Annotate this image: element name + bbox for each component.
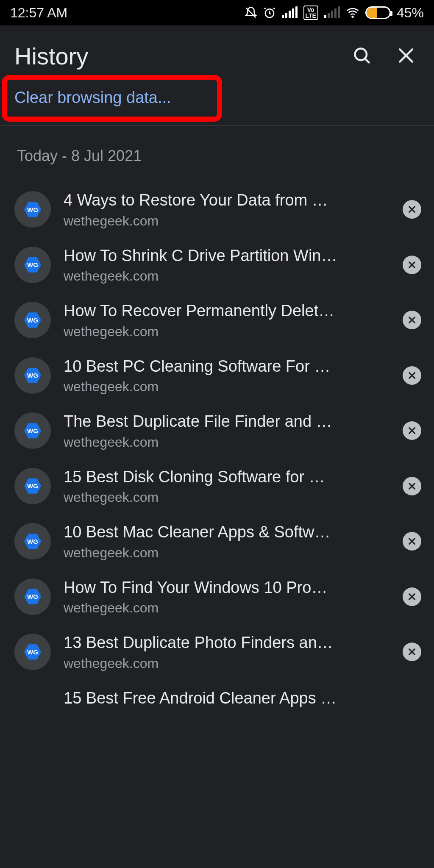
remove-item-button[interactable] — [403, 311, 421, 329]
history-item-text: 15 Best Disk Cloning Software for … weth… — [64, 467, 390, 506]
close-icon[interactable] — [397, 46, 415, 67]
status-bar: 12:57 AM VoLTE 45% — [0, 0, 434, 25]
remove-item-button[interactable] — [403, 366, 421, 385]
history-item-domain: wethegeek.com — [64, 379, 390, 395]
history-item-title: 4 Ways to Restore Your Data from … — [64, 190, 390, 211]
history-item-domain: wethegeek.com — [64, 490, 390, 505]
history-item-title: How To Find Your Windows 10 Pro… — [64, 578, 390, 598]
history-item-text: 15 Best Free Android Cleaner Apps … weth… — [64, 688, 390, 709]
status-time: 12:57 AM — [10, 5, 67, 21]
clear-browsing-data-link[interactable]: Clear browsing data... — [14, 83, 180, 113]
history-item-text: 4 Ways to Restore Your Data from … wethe… — [64, 190, 390, 229]
history-item[interactable]: WG How To Shrink C Drive Partition Win… … — [0, 237, 434, 293]
site-favicon: WG — [14, 302, 51, 338]
history-item-domain: wethegeek.com — [64, 213, 390, 229]
history-item[interactable]: WG 15 Best Free Android Cleaner Apps … w… — [0, 680, 434, 725]
history-item-title: The Best Duplicate File Finder and … — [64, 412, 390, 432]
search-icon[interactable] — [353, 46, 371, 67]
signal-icon — [282, 7, 298, 18]
page-title: History — [14, 42, 88, 70]
favicon-hex: WG — [24, 478, 41, 495]
history-item-title: 15 Best Disk Cloning Software for … — [64, 467, 390, 487]
date-header: Today - 8 Jul 2021 — [0, 143, 434, 182]
history-item-text: How To Shrink C Drive Partition Win… wet… — [64, 246, 390, 284]
status-right: VoLTE 45% — [245, 5, 424, 21]
app-header: History — [0, 25, 434, 83]
history-item[interactable]: WG 4 Ways to Restore Your Data from … we… — [0, 182, 434, 237]
site-favicon: WG — [14, 523, 51, 559]
favicon-hex: WG — [24, 201, 41, 218]
history-item-title: How To Shrink C Drive Partition Win… — [64, 246, 390, 266]
site-favicon: WG — [14, 579, 51, 615]
remove-item-button[interactable] — [403, 587, 421, 606]
history-item-text: 10 Best PC Cleaning Software For … wethe… — [64, 356, 390, 395]
signal-weak-icon — [324, 7, 340, 18]
history-item-title: How To Recover Permanently Delet… — [64, 301, 390, 321]
history-item[interactable]: WG 13 Best Duplicate Photo Finders an… w… — [0, 624, 434, 680]
favicon-hex: WG — [24, 643, 41, 660]
history-item-domain: wethegeek.com — [64, 600, 390, 616]
history-item-text: How To Recover Permanently Delet… wetheg… — [64, 301, 390, 339]
history-item-title: 10 Best PC Cleaning Software For … — [64, 356, 390, 377]
remove-item-button[interactable] — [403, 421, 421, 440]
site-favicon: WG — [14, 357, 51, 394]
site-favicon: WG — [14, 688, 51, 725]
history-item-domain: wethegeek.com — [64, 656, 390, 671]
svg-line-4 — [365, 58, 369, 62]
history-item-title: 10 Best Mac Cleaner Apps & Softw… — [64, 522, 390, 542]
alarm-icon — [263, 6, 276, 19]
history-item-domain: wethegeek.com — [64, 324, 390, 339]
favicon-hex: WG — [24, 367, 41, 384]
history-item[interactable]: WG 15 Best Disk Cloning Software for … w… — [0, 459, 434, 514]
svg-point-2 — [352, 16, 353, 17]
battery-percent: 45% — [397, 5, 424, 21]
history-screen: History Clear browsing data... Today - 8… — [0, 25, 434, 868]
history-item-domain: wethegeek.com — [64, 545, 390, 561]
history-item-domain: wethegeek.com — [64, 434, 390, 450]
battery-level — [367, 8, 377, 18]
site-favicon: WG — [14, 412, 51, 449]
volte-badge: VoLTE — [303, 6, 318, 20]
clear-browsing-data-row: Clear browsing data... — [0, 83, 434, 126]
history-item-text: The Best Duplicate File Finder and … wet… — [64, 412, 390, 450]
remove-item-button[interactable] — [403, 256, 421, 274]
history-item-text: 13 Best Duplicate Photo Finders an… weth… — [64, 633, 390, 671]
history-item[interactable]: WG 10 Best Mac Cleaner Apps & Softw… wet… — [0, 514, 434, 569]
favicon-hex: WG — [24, 422, 41, 439]
history-list[interactable]: Today - 8 Jul 2021 WG 4 Ways to Restore … — [0, 126, 434, 868]
favicon-hex: WG — [24, 312, 41, 328]
history-item[interactable]: WG 10 Best PC Cleaning Software For … we… — [0, 348, 434, 403]
remove-item-button[interactable] — [403, 532, 421, 551]
history-item-text: How To Find Your Windows 10 Pro… wethege… — [64, 578, 390, 616]
site-favicon: WG — [14, 468, 51, 504]
history-item[interactable]: WG The Best Duplicate File Finder and … … — [0, 403, 434, 459]
remove-item-button[interactable] — [403, 477, 421, 495]
remove-item-button[interactable] — [403, 200, 421, 219]
site-favicon: WG — [14, 634, 51, 670]
favicon-hex: WG — [24, 588, 41, 605]
history-item-title: 15 Best Free Android Cleaner Apps … — [64, 688, 390, 709]
battery-icon — [365, 6, 391, 19]
bell-off-icon — [245, 6, 257, 19]
favicon-hex: WG — [24, 256, 41, 273]
history-item[interactable]: WG How To Recover Permanently Delet… wet… — [0, 292, 434, 348]
remove-item-button[interactable] — [403, 643, 421, 661]
history-item-text: 10 Best Mac Cleaner Apps & Softw… wetheg… — [64, 522, 390, 561]
history-item-title: 13 Best Duplicate Photo Finders an… — [64, 633, 390, 653]
site-favicon: WG — [14, 191, 51, 228]
history-item[interactable]: WG How To Find Your Windows 10 Pro… weth… — [0, 569, 434, 625]
site-favicon: WG — [14, 247, 51, 283]
wifi-icon — [346, 6, 359, 19]
history-item-domain: wethegeek.com — [64, 268, 390, 284]
favicon-hex: WG — [24, 533, 41, 550]
